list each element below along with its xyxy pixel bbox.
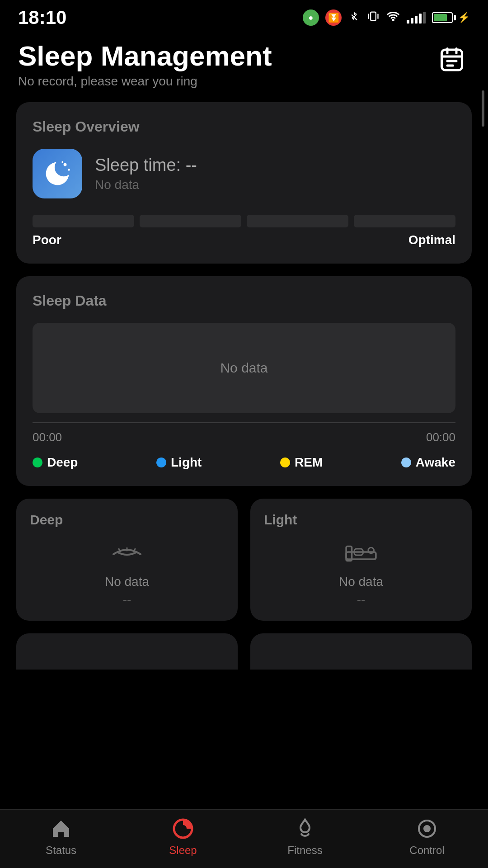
bottom-nav: Status Sleep Fitness Contr xyxy=(0,809,488,868)
quality-segment-2 xyxy=(140,215,241,227)
svg-point-9 xyxy=(68,169,70,171)
quality-segment-4 xyxy=(354,215,455,227)
nav-sleep[interactable]: Sleep xyxy=(122,817,244,857)
sleep-time-value: -- xyxy=(186,156,197,175)
sleep-overview-nodata: No data xyxy=(95,178,197,192)
signal-icon xyxy=(407,12,426,24)
chart-divider xyxy=(33,422,455,423)
svg-point-1 xyxy=(393,19,394,20)
wifi-icon xyxy=(386,10,400,26)
legend-awake: Awake xyxy=(401,455,455,470)
home-icon xyxy=(49,817,73,840)
quality-bar-container: Poor Optimal xyxy=(33,215,455,247)
sleep-data-card: Sleep Data No data 00:00 00:00 Deep Ligh… xyxy=(16,276,472,486)
bluetooth-icon xyxy=(348,10,361,26)
nav-status-label: Status xyxy=(46,844,76,857)
nav-fitness-label: Fitness xyxy=(287,844,322,857)
sleep-data-title: Sleep Data xyxy=(33,292,455,309)
legend-label-light: Light xyxy=(171,455,202,470)
sleep-chart-area: No data xyxy=(33,323,455,413)
light-card-dash: -- xyxy=(264,593,458,607)
sleep-app-icon xyxy=(33,149,82,198)
legend-dot-rem xyxy=(280,458,290,467)
quality-bars xyxy=(33,215,455,227)
legend-deep: Deep xyxy=(33,455,78,470)
sleep-overview-title: Sleep Overview xyxy=(33,118,455,135)
partial-card-left xyxy=(16,633,238,670)
legend-light: Light xyxy=(156,455,202,470)
quality-segment-1 xyxy=(33,215,134,227)
deep-card-nodata: No data xyxy=(30,575,224,589)
legend-rem: REM xyxy=(280,455,323,470)
svg-point-19 xyxy=(179,825,187,832)
deep-card-icon-area xyxy=(30,538,224,566)
partial-card-right xyxy=(250,633,472,670)
app-header: Sleep Management No record, please wear … xyxy=(0,32,488,93)
svg-rect-0 xyxy=(371,12,376,20)
moon-icon xyxy=(42,158,73,189)
chart-time-start: 00:00 xyxy=(33,430,62,444)
notif-red-icon: ⏬ xyxy=(325,9,342,26)
status-icons: ● ⏬ ⚡ xyxy=(303,9,470,26)
sleep-overview-card: Sleep Overview Sleep time: -- No data xyxy=(16,102,472,264)
deep-card-dash: -- xyxy=(30,593,224,607)
notif-green-icon: ● xyxy=(303,9,319,26)
partial-cards-row xyxy=(16,633,472,670)
legend-label-deep: Deep xyxy=(47,455,78,470)
legend-dot-deep xyxy=(33,458,42,467)
svg-point-21 xyxy=(424,826,430,831)
chart-time-end: 00:00 xyxy=(426,430,455,444)
vibrate-icon xyxy=(367,10,380,26)
bed-icon xyxy=(343,538,379,566)
page-subtitle: No record, please wear you ring xyxy=(18,74,272,89)
legend-dot-awake xyxy=(401,458,411,467)
nav-sleep-label: Sleep xyxy=(169,844,197,857)
fitness-icon xyxy=(293,817,317,840)
nav-fitness[interactable]: Fitness xyxy=(244,817,366,857)
legend-dot-light xyxy=(156,458,166,467)
scroll-thumb xyxy=(482,90,484,127)
nav-control-label: Control xyxy=(409,844,444,857)
sleep-icon xyxy=(171,817,195,840)
quality-poor-label: Poor xyxy=(33,233,61,247)
status-bar: 18:10 ● ⏬ ⚡ xyxy=(0,0,488,32)
legend-row: Deep Light REM Awake xyxy=(33,455,455,470)
legend-label-awake: Awake xyxy=(416,455,455,470)
eye-closed-icon xyxy=(109,538,145,566)
quality-labels: Poor Optimal xyxy=(33,233,455,247)
nav-status[interactable]: Status xyxy=(0,817,122,857)
nav-control[interactable]: Control xyxy=(366,817,488,857)
battery-icon: ⚡ xyxy=(432,12,470,24)
calendar-icon xyxy=(438,45,465,72)
quality-segment-3 xyxy=(247,215,348,227)
control-icon xyxy=(415,817,439,840)
light-card-nodata: No data xyxy=(264,575,458,589)
deep-card-title: Deep xyxy=(30,512,224,528)
deep-light-row: Deep No data -- Light xyxy=(16,499,472,621)
calendar-button[interactable] xyxy=(434,41,470,77)
scroll-content: Sleep Overview Sleep time: -- No data xyxy=(0,93,488,737)
light-card-icon-area xyxy=(264,538,458,566)
legend-label-rem: REM xyxy=(295,455,323,470)
light-card-title: Light xyxy=(264,512,458,528)
page-title: Sleep Management xyxy=(18,41,272,71)
chart-nodata: No data xyxy=(220,360,267,376)
deep-card: Deep No data -- xyxy=(16,499,238,621)
status-time: 18:10 xyxy=(18,7,66,28)
chart-time-row: 00:00 00:00 xyxy=(33,430,455,444)
sleep-overview-row: Sleep time: -- No data xyxy=(33,149,455,198)
light-card: Light No data -- xyxy=(250,499,472,621)
svg-point-8 xyxy=(64,163,67,166)
quality-optimal-label: Optimal xyxy=(408,233,455,247)
svg-point-10 xyxy=(61,161,63,163)
sleep-time-label: Sleep time: -- xyxy=(95,156,197,175)
